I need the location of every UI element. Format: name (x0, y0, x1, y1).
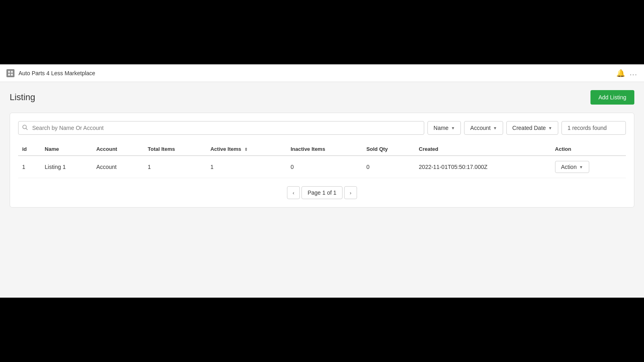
page-header: Listing Add Listing (10, 90, 634, 105)
search-icon (22, 125, 28, 132)
prev-icon: ‹ (293, 190, 294, 196)
account-filter-chevron-icon: ▼ (493, 126, 497, 130)
svg-rect-2 (8, 74, 10, 76)
search-input[interactable] (18, 121, 424, 135)
col-account: Account (92, 143, 144, 156)
bell-icon[interactable]: 🔔 (616, 69, 625, 78)
cell-account: Account (92, 156, 144, 178)
table-row: 1Listing 1Account11002022-11-01T05:50:17… (18, 156, 626, 178)
name-filter-chevron-icon: ▼ (451, 126, 455, 130)
account-filter-button[interactable]: Account ▼ (464, 121, 503, 135)
main-card: Name ▼ Account ▼ Created Date ▼ 1 record… (10, 113, 634, 208)
logo-icon (6, 69, 14, 77)
nav-bar: Auto Parts 4 Less Marketplace 🔔 ... (0, 64, 644, 82)
cell-sold-qty: 0 (362, 156, 415, 178)
search-wrapper (18, 121, 424, 135)
col-inactive-items: Inactive Items (287, 143, 362, 156)
page-title: Listing (10, 92, 35, 103)
nav-left: Auto Parts 4 Less Marketplace (6, 69, 95, 77)
action-button-label: Action (561, 164, 577, 170)
listing-table: id Name Account Total Items Active Items… (18, 143, 626, 178)
search-filter-row: Name ▼ Account ▼ Created Date ▼ 1 record… (18, 121, 626, 135)
nav-right: 🔔 ... (616, 69, 638, 78)
cell-total-items: 1 (144, 156, 206, 178)
created-date-filter-button[interactable]: Created Date ▼ (506, 121, 558, 135)
cell-id: 1 (18, 156, 41, 178)
page-label: Page 1 of 1 (301, 186, 343, 199)
name-filter-label: Name (433, 125, 448, 131)
more-options-icon[interactable]: ... (630, 70, 638, 77)
next-icon: › (350, 190, 351, 196)
nav-title: Auto Parts 4 Less Marketplace (19, 70, 95, 76)
action-button-chevron-icon: ▼ (579, 165, 583, 169)
cell-action: Action▼ (551, 156, 626, 178)
cell-active-items: 1 (206, 156, 287, 178)
col-id: id (18, 143, 41, 156)
svg-line-5 (26, 128, 28, 130)
action-dropdown-button[interactable]: Action▼ (555, 161, 589, 173)
account-filter-label: Account (470, 125, 491, 131)
col-action: Action (551, 143, 626, 156)
table-body: 1Listing 1Account11002022-11-01T05:50:17… (18, 156, 626, 178)
svg-rect-0 (8, 71, 10, 73)
svg-rect-3 (11, 74, 13, 76)
col-sold-qty: Sold Qty (362, 143, 415, 156)
col-created: Created (415, 143, 551, 156)
name-filter-button[interactable]: Name ▼ (427, 121, 461, 135)
col-active-items[interactable]: Active Items ⇕ (206, 143, 287, 156)
add-listing-button[interactable]: Add Listing (590, 90, 634, 105)
active-items-sort-icon: ⇕ (244, 147, 248, 152)
col-name: Name (41, 143, 92, 156)
prev-page-button[interactable]: ‹ (287, 186, 300, 199)
cell-inactive-items: 0 (287, 156, 362, 178)
col-total-items: Total Items (144, 143, 206, 156)
created-date-filter-label: Created Date (512, 125, 546, 131)
page-content: Listing Add Listing Name ▼ (0, 82, 644, 298)
svg-rect-1 (11, 71, 13, 73)
created-date-filter-chevron-icon: ▼ (548, 126, 552, 130)
cell-name: Listing 1 (41, 156, 92, 178)
table-header: id Name Account Total Items Active Items… (18, 143, 626, 156)
cell-created: 2022-11-01T05:50:17.000Z (415, 156, 551, 178)
next-page-button[interactable]: › (344, 186, 357, 199)
pagination-row: ‹ Page 1 of 1 › (18, 186, 626, 199)
records-found-badge: 1 records found (561, 121, 626, 135)
